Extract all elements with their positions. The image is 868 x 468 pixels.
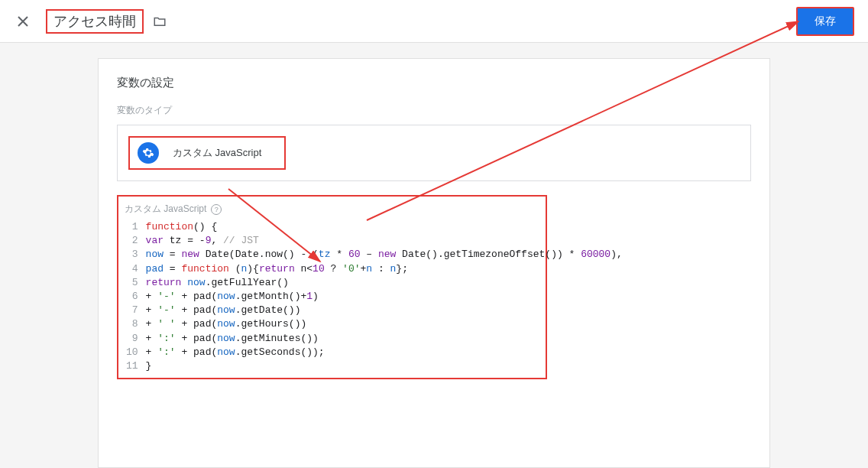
title-highlight: アクセス時間	[46, 9, 144, 34]
code-area-highlight: カスタム JavaScript ? 1234567891011 function…	[117, 195, 547, 379]
code-section-label: カスタム JavaScript ?	[118, 197, 546, 220]
content-area: 変数の設定 変数のタイプ カスタム JavaScript カスタム JavaSc…	[0, 43, 868, 468]
gear-icon	[138, 142, 159, 164]
variable-type-selector[interactable]: カスタム JavaScript	[117, 125, 751, 181]
folder-icon[interactable]	[153, 15, 167, 28]
line-gutter: 1234567891011	[118, 220, 143, 378]
close-button[interactable]	[14, 12, 32, 31]
variable-type-name: カスタム JavaScript	[173, 146, 261, 160]
code-content[interactable]: function() {var tz = -9, // JSTnow = new…	[143, 220, 627, 378]
save-button[interactable]: 保存	[796, 7, 854, 36]
type-highlight: カスタム JavaScript	[128, 136, 286, 170]
close-icon	[17, 15, 29, 28]
type-section-label: 変数のタイプ	[117, 104, 751, 117]
variable-config-panel: 変数の設定 変数のタイプ カスタム JavaScript カスタム JavaSc…	[98, 58, 770, 468]
header: アクセス時間 保存	[0, 0, 868, 43]
help-icon[interactable]: ?	[211, 204, 222, 215]
variable-name-input[interactable]: アクセス時間	[53, 12, 136, 31]
panel-title: 変数の設定	[117, 76, 751, 90]
code-editor[interactable]: 1234567891011 function() {var tz = -9, /…	[118, 220, 546, 378]
